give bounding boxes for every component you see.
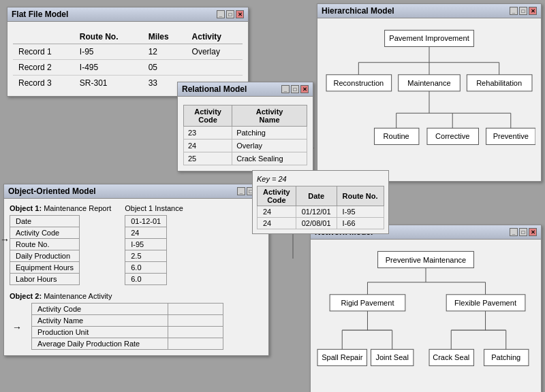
- hierarchical-tree-svg: Pavement Improvement Reconstruction Main…: [323, 24, 535, 174]
- oo-instance-section: Object 1 Instance 01-12-01 24 I-95 2.5 6…: [125, 204, 183, 285]
- hier-l2-0: Routine: [384, 132, 409, 140]
- name-value: Overlay: [232, 140, 307, 152]
- col-route: Route No.: [74, 30, 143, 44]
- net-l2-0: Spall Repair: [322, 353, 362, 361]
- network-content: Preventive Maintenance Rigid Pavement Fl…: [311, 240, 541, 392]
- oo-object2-section: Object 2: Maintenance Activity → Activit…: [10, 292, 263, 350]
- key-col-date: Date: [296, 186, 337, 206]
- oo-obj2-label: Object 2: Maintenance Activity: [10, 292, 263, 300]
- hier-controls[interactable]: _ □ ✕: [510, 7, 537, 15]
- relational-content: ActivityCode ActivityName 23 Patching 24…: [178, 97, 313, 171]
- route-value: I-95: [74, 44, 143, 60]
- table-row: Equipment Hours: [10, 262, 80, 274]
- table-row: Activity Code: [10, 227, 80, 239]
- key-label: Key = 24: [257, 175, 384, 183]
- hierarchical-title: Hierarchical Model: [322, 6, 394, 16]
- rel-col-name: ActivityName: [232, 105, 307, 127]
- key-code: 24: [258, 206, 296, 218]
- record-label: Record 1: [13, 44, 74, 60]
- net-root-label: Preventive Maintenance: [386, 256, 467, 264]
- table-row: Record 1 I-95 12 Overlay: [13, 44, 243, 60]
- minimize-button[interactable]: _: [510, 228, 518, 236]
- table-row: Activity Code: [32, 304, 223, 315]
- oo-model-window: Object-Oriented Model _ □ ✕ Object 1: Ma…: [3, 184, 269, 356]
- activity-value: Overlay: [187, 44, 243, 60]
- oo-title: Object-Oriented Model: [8, 186, 96, 196]
- hier-l1-0: Reconstruction: [333, 79, 384, 87]
- table-row: 24 02/08/01 I-66: [258, 218, 384, 229]
- close-button[interactable]: ✕: [529, 228, 537, 236]
- close-button[interactable]: ✕: [529, 7, 537, 15]
- net-l1-1: Flexible Pavement: [454, 299, 516, 307]
- table-row: 25 Crack Sealing: [184, 152, 307, 165]
- table-row: Average Daily Production Rate: [32, 338, 223, 350]
- table-row: I-95: [125, 239, 167, 250]
- hierarchical-window: Hierarchical Model _ □ ✕ Pavement Improv…: [317, 3, 542, 182]
- route-value: SR-301: [74, 76, 143, 91]
- oo-titlebar: Object-Oriented Model _ □ ✕: [4, 184, 268, 199]
- key-table: ActivityCode Date Route No. 24 01/12/01 …: [257, 186, 384, 229]
- net-l2-2: Crack Seal: [433, 353, 469, 361]
- col-activity: Activity: [187, 30, 243, 44]
- table-row: Record 2 I-495 05: [13, 60, 243, 76]
- rel-col-code: ActivityCode: [184, 105, 232, 127]
- maximize-button[interactable]: □: [291, 85, 299, 93]
- col-record: [13, 30, 74, 44]
- route-value: I-495: [74, 60, 143, 76]
- hierarchical-content: Pavement Improvement Reconstruction Main…: [317, 18, 541, 181]
- oo-object1-section: Object 1: Maintenance Report → Date Acti…: [10, 204, 111, 285]
- hier-l1-1: Maintenance: [407, 79, 450, 87]
- col-miles: Miles: [143, 30, 187, 44]
- oo-obj1-fields-table: Date Activity Code Route No. Daily Produ…: [10, 215, 80, 285]
- table-row: 6.0: [125, 262, 167, 274]
- network-tree-svg: Preventive Maintenance Rigid Pavement Fl…: [316, 245, 535, 388]
- table-row: 23 Patching: [184, 127, 307, 140]
- rel-controls[interactable]: _ □ ✕: [281, 85, 309, 93]
- relational-title: Relational Model: [182, 84, 247, 94]
- net-l1-0: Rigid Pavement: [341, 299, 394, 307]
- minimize-button[interactable]: _: [237, 187, 245, 195]
- key-route: I-66: [337, 218, 384, 229]
- maximize-button[interactable]: □: [519, 7, 527, 15]
- table-row: Activity Name: [32, 315, 223, 327]
- flat-file-controls[interactable]: _ □ ✕: [217, 10, 244, 18]
- net-l2-3: Patching: [491, 353, 520, 361]
- relational-titlebar: Relational Model _ □ ✕: [178, 82, 313, 97]
- oo-instance-label: Object 1 Instance: [125, 204, 183, 212]
- table-row: Route No.: [10, 239, 80, 250]
- activity-value: [187, 60, 243, 76]
- table-row: 2.5: [125, 250, 167, 262]
- minimize-button[interactable]: _: [217, 10, 225, 18]
- oo-object1-row: Object 1: Maintenance Report → Date Acti…: [10, 204, 263, 285]
- miles-value: 05: [143, 60, 187, 76]
- relational-table: ActivityCode ActivityName 23 Patching 24…: [183, 105, 307, 165]
- hier-l2-2: Preventive: [493, 132, 529, 140]
- oo-obj1-label: Object 1: Maintenance Report: [10, 204, 111, 212]
- table-row: 24: [125, 227, 167, 239]
- table-row: Daily Production: [10, 250, 80, 262]
- table-row: 6.0: [125, 274, 167, 285]
- network-window: Network Model _ □ ✕ Preventive Maintenan…: [310, 225, 542, 392]
- maximize-button[interactable]: □: [519, 228, 527, 236]
- hier-l1-2: Rehabilitation: [476, 79, 522, 87]
- close-button[interactable]: ✕: [236, 10, 244, 18]
- flat-file-titlebar: Flat File Model _ □ ✕: [7, 7, 248, 22]
- hier-root-label: Pavement Improvement: [389, 34, 469, 42]
- close-button[interactable]: ✕: [300, 85, 309, 93]
- key-col-code: ActivityCode: [258, 186, 296, 206]
- key-date: 02/08/01: [296, 218, 337, 229]
- oo-instance-table: 01-12-01 24 I-95 2.5 6.0 6.0: [125, 215, 167, 285]
- net-controls[interactable]: _ □ ✕: [510, 228, 537, 236]
- table-row: Date: [10, 216, 80, 227]
- key-date: 01/12/01: [296, 206, 337, 218]
- minimize-button[interactable]: _: [281, 85, 290, 93]
- table-row: Labor Hours: [10, 274, 80, 285]
- maximize-button[interactable]: □: [226, 10, 234, 18]
- oo-obj1-table-container: → Date Activity Code Route No. Daily Pro…: [10, 215, 111, 285]
- hier-l2-1: Corrective: [435, 132, 469, 140]
- table-row: 24 Overlay: [184, 140, 307, 152]
- table-row: 24 01/12/01 I-95: [258, 206, 384, 218]
- minimize-button[interactable]: _: [510, 7, 518, 15]
- key-col-route: Route No.: [337, 186, 384, 206]
- hierarchical-titlebar: Hierarchical Model _ □ ✕: [317, 4, 541, 18]
